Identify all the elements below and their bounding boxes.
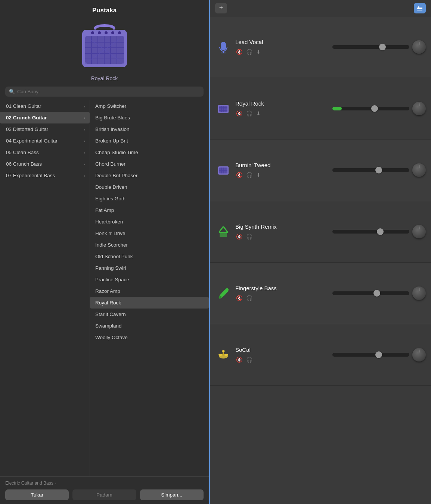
track-slider-socal bbox=[332, 348, 426, 361]
category-item-04[interactable]: 04 Experimental Guitar› bbox=[0, 135, 90, 147]
preset-item[interactable]: Honk n' Drive bbox=[90, 228, 209, 239]
chevron-right-icon: › bbox=[84, 127, 85, 132]
category-label: 07 Experimental Bass bbox=[6, 173, 55, 178]
track-name-lead-vocal: Lead Vocal bbox=[235, 39, 329, 45]
svg-rect-44 bbox=[220, 232, 227, 237]
preset-item[interactable]: Indie Scorcher bbox=[90, 239, 209, 251]
preset-item[interactable]: Royal Rock bbox=[90, 297, 209, 309]
track-icon-socal bbox=[215, 347, 232, 363]
svg-point-48 bbox=[224, 354, 228, 356]
action-buttons: Tukar Padam Simpan... bbox=[5, 489, 204, 500]
track-slider-fingerstyle-bass bbox=[332, 287, 426, 300]
track-fader-lead-vocal[interactable] bbox=[332, 42, 409, 52]
bottom-bar: Electric Guitar and Bass › Tukar Padam S… bbox=[0, 476, 209, 504]
track-fader-big-synth-remix[interactable] bbox=[332, 226, 409, 237]
track-fader-fingerstyle-bass[interactable] bbox=[332, 288, 409, 298]
chevron-right-icon: › bbox=[84, 139, 85, 143]
headphone-button[interactable]: 🎧 bbox=[245, 110, 253, 117]
category-label: 02 Crunch Guitar bbox=[6, 115, 47, 120]
headphone-button[interactable]: 🎧 bbox=[245, 171, 253, 179]
category-label: 04 Experimental Guitar bbox=[6, 138, 58, 144]
replace-button[interactable]: Tukar bbox=[5, 489, 69, 500]
preset-item[interactable]: Starlit Cavern bbox=[90, 309, 209, 320]
save-button[interactable]: Simpan... bbox=[140, 489, 204, 500]
headphone-button[interactable]: 🎧 bbox=[245, 48, 253, 56]
categories-list: 01 Clean Guitar›02 Crunch Guitar›03 Dist… bbox=[0, 100, 90, 476]
category-item-01[interactable]: 01 Clean Guitar› bbox=[0, 100, 90, 112]
mute-button[interactable]: 🔇 bbox=[235, 294, 243, 302]
preset-item[interactable]: Broken Up Brit bbox=[90, 135, 209, 147]
preset-item[interactable]: Heartbroken bbox=[90, 216, 209, 228]
track-icon-royal-rock bbox=[215, 100, 232, 117]
svg-point-3 bbox=[98, 31, 101, 34]
breadcrumb: Electric Guitar and Bass › bbox=[5, 480, 204, 486]
track-name-fingerstyle-bass: Fingerstyle Bass bbox=[235, 285, 329, 291]
preset-item[interactable]: Fat Amp bbox=[90, 204, 209, 216]
track-slider-royal-rock bbox=[332, 102, 426, 115]
track-slider-lead-vocal bbox=[332, 40, 426, 54]
search-bar[interactable]: 🔍 bbox=[5, 87, 204, 97]
track-fader-royal-rock[interactable] bbox=[332, 103, 409, 114]
preset-item[interactable]: Big Brute Blues bbox=[90, 112, 209, 123]
headphone-button[interactable]: 🎧 bbox=[245, 294, 253, 302]
mute-button[interactable]: 🔇 bbox=[235, 171, 243, 179]
preset-item[interactable]: Practice Space bbox=[90, 274, 209, 285]
track-fader-socal[interactable] bbox=[332, 350, 409, 360]
smart-controls-button[interactable] bbox=[414, 3, 426, 13]
preset-item[interactable]: Amp Switcher bbox=[90, 100, 209, 112]
right-header: + bbox=[210, 0, 431, 16]
track-controls-socal: 🔇 🎧 bbox=[235, 356, 329, 363]
preset-item[interactable]: Double Driven bbox=[90, 181, 209, 193]
search-icon: 🔍 bbox=[9, 89, 15, 94]
mute-button[interactable]: 🔇 bbox=[235, 356, 243, 363]
preset-item[interactable]: Swampland bbox=[90, 320, 209, 332]
category-item-05[interactable]: 05 Clean Bass› bbox=[0, 147, 90, 158]
chevron-right-icon: › bbox=[84, 116, 85, 120]
track-controls-burnin-tweed: 🔇 🎧 ⬇ bbox=[235, 171, 329, 179]
category-item-06[interactable]: 06 Crunch Bass› bbox=[0, 158, 90, 170]
chevron-right-icon: › bbox=[84, 162, 85, 166]
svg-rect-49 bbox=[223, 351, 224, 356]
preset-item[interactable]: Woolly Octave bbox=[90, 332, 209, 343]
svg-point-6 bbox=[118, 31, 121, 34]
track-knob-lead-vocal[interactable] bbox=[412, 40, 426, 54]
preset-item[interactable]: Razor Amp bbox=[90, 285, 209, 297]
preset-item[interactable]: Eighties Goth bbox=[90, 193, 209, 204]
category-label: 06 Crunch Bass bbox=[6, 161, 42, 167]
selected-preset-display: Royal Rock bbox=[0, 73, 209, 87]
track-knob-burnin-tweed[interactable] bbox=[412, 163, 426, 177]
category-item-03[interactable]: 03 Distorted Guitar› bbox=[0, 123, 90, 135]
track-icon-burnin-tweed bbox=[215, 162, 232, 178]
library-title: Pustaka bbox=[0, 0, 209, 18]
svg-point-50 bbox=[222, 350, 225, 352]
track-knob-big-synth-remix[interactable] bbox=[412, 225, 426, 238]
record-button[interactable]: ⬇ bbox=[255, 110, 261, 117]
track-knob-fingerstyle-bass[interactable] bbox=[412, 287, 426, 300]
category-item-07[interactable]: 07 Experimental Bass› bbox=[0, 170, 90, 181]
breadcrumb-chevron-icon: › bbox=[55, 481, 56, 485]
preset-item[interactable]: Cheap Studio Time bbox=[90, 147, 209, 158]
preset-item[interactable]: Panning Swirl bbox=[90, 262, 209, 274]
record-button[interactable]: ⬇ bbox=[255, 171, 261, 179]
preset-item[interactable]: Double Brit Phaser bbox=[90, 170, 209, 181]
track-knob-royal-rock[interactable] bbox=[412, 102, 426, 115]
delete-button[interactable]: Padam bbox=[72, 489, 136, 500]
headphone-button[interactable]: 🎧 bbox=[245, 233, 253, 240]
record-button[interactable]: ⬇ bbox=[255, 48, 261, 56]
preset-item[interactable]: Old School Punk bbox=[90, 251, 209, 262]
track-controls-big-synth-remix: 🔇 🎧 bbox=[235, 233, 329, 240]
category-item-02[interactable]: 02 Crunch Guitar› bbox=[0, 112, 90, 123]
headphone-button[interactable]: 🎧 bbox=[245, 356, 253, 363]
preset-item[interactable]: British Invasion bbox=[90, 123, 209, 135]
mute-button[interactable]: 🔇 bbox=[235, 48, 243, 56]
add-track-button[interactable]: + bbox=[215, 3, 227, 13]
search-input[interactable] bbox=[17, 89, 200, 94]
track-info-big-synth-remix: Big Synth Remix 🔇 🎧 bbox=[235, 223, 329, 240]
mute-button[interactable]: 🔇 bbox=[235, 110, 243, 117]
chevron-right-icon: › bbox=[84, 173, 85, 178]
track-knob-socal[interactable] bbox=[412, 348, 426, 361]
track-fader-burnin-tweed[interactable] bbox=[332, 165, 409, 175]
track-icon-fingerstyle-bass bbox=[215, 285, 232, 301]
mute-button[interactable]: 🔇 bbox=[235, 233, 243, 240]
preset-item[interactable]: Chord Burner bbox=[90, 158, 209, 170]
